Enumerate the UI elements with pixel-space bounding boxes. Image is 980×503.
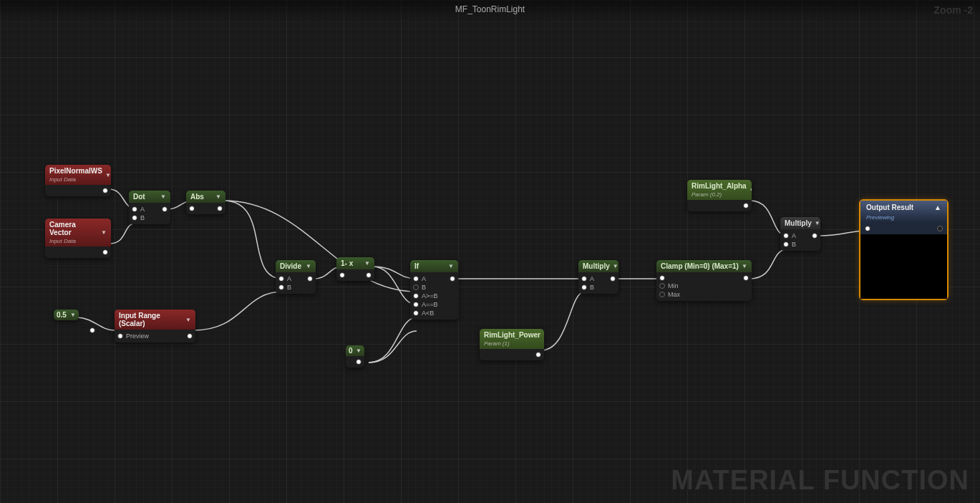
node-title: Abs bbox=[190, 193, 204, 201]
node-subtitle: Input Data bbox=[49, 176, 76, 183]
input-pin-b[interactable] bbox=[581, 284, 587, 290]
node-input-range[interactable]: Input Range (Scalar)▼ Preview bbox=[115, 310, 195, 342]
node-dot[interactable]: Dot▼ A B bbox=[129, 191, 170, 224]
node-multiply-1[interactable]: Multiply▼ A B bbox=[578, 260, 618, 294]
input-pin-a[interactable] bbox=[581, 276, 587, 282]
node-title: Multiply bbox=[785, 219, 812, 227]
chevron-down-icon[interactable]: ▼ bbox=[749, 187, 752, 193]
output-pin[interactable] bbox=[217, 206, 223, 211]
output-pin[interactable] bbox=[743, 203, 749, 209]
input-pin-min[interactable] bbox=[659, 283, 665, 289]
node-output-result[interactable]: Output Result▲ Previewing bbox=[859, 199, 949, 300]
node-title: 0 bbox=[349, 347, 353, 355]
chevron-down-icon[interactable]: ▼ bbox=[356, 348, 362, 354]
output-pin[interactable] bbox=[356, 359, 362, 365]
input-pin-b[interactable] bbox=[783, 241, 789, 247]
node-subtitle: Param (0.2) bbox=[692, 191, 722, 198]
node-oneminus[interactable]: 1- x▼ bbox=[336, 257, 374, 281]
output-pin[interactable] bbox=[102, 249, 108, 255]
output-pin[interactable] bbox=[937, 226, 943, 231]
chevron-down-icon[interactable]: ▼ bbox=[160, 193, 166, 200]
input-pin-agb[interactable] bbox=[413, 293, 419, 299]
node-title: Input Range (Scalar) bbox=[119, 312, 183, 327]
input-pin-b[interactable] bbox=[132, 215, 137, 221]
preview-thumbnail bbox=[860, 234, 947, 299]
watermark: MATERIAL FUNCTION bbox=[671, 465, 969, 496]
node-title: Dot bbox=[133, 193, 145, 201]
output-pin[interactable] bbox=[535, 352, 541, 358]
output-pin[interactable] bbox=[743, 275, 749, 281]
node-rimlight-power[interactable]: RimLight_PowerParam (1) ▼ bbox=[480, 329, 544, 360]
input-pin-a[interactable] bbox=[132, 206, 137, 212]
output-pin[interactable] bbox=[307, 276, 313, 282]
input-pin-a[interactable] bbox=[783, 233, 789, 239]
node-rimlight-alpha[interactable]: RimLight_AlphaParam (0.2) ▼ bbox=[687, 180, 752, 211]
input-pin-a[interactable] bbox=[413, 276, 419, 282]
output-pin[interactable] bbox=[812, 233, 818, 239]
input-pin-max[interactable] bbox=[659, 292, 665, 297]
node-const-05[interactable]: 0.5▼ bbox=[54, 310, 79, 320]
output-pin[interactable] bbox=[89, 327, 95, 333]
input-pin-a[interactable] bbox=[278, 276, 284, 282]
node-clamp[interactable]: Clamp (Min=0) (Max=1)▼ Min Max bbox=[656, 260, 752, 301]
node-subtitle: Param (1) bbox=[484, 340, 510, 347]
chevron-up-icon[interactable]: ▲ bbox=[934, 203, 941, 211]
chevron-down-icon[interactable]: ▼ bbox=[364, 260, 370, 267]
node-title: Clamp (Min=0) (Max=1) bbox=[661, 262, 739, 270]
zoom-level: Zoom -2 bbox=[934, 4, 973, 16]
connection-wires bbox=[0, 0, 980, 503]
node-subtitle: Input Data bbox=[49, 238, 76, 244]
node-title: Multiply bbox=[583, 262, 610, 270]
chevron-down-icon[interactable]: ▼ bbox=[306, 263, 311, 269]
input-pin[interactable] bbox=[659, 275, 665, 281]
chevron-down-icon[interactable]: ▼ bbox=[185, 317, 191, 323]
chevron-down-icon[interactable]: ▼ bbox=[105, 172, 111, 178]
chevron-down-icon[interactable]: ▼ bbox=[543, 336, 544, 342]
output-pin[interactable] bbox=[102, 188, 108, 193]
output-pin[interactable] bbox=[610, 276, 616, 282]
graph-title: MF_ToonRimLight bbox=[455, 4, 525, 14]
node-cameravector[interactable]: Camera VectorInput Data ▼ bbox=[45, 219, 111, 258]
input-pin-b[interactable] bbox=[278, 284, 284, 290]
output-pin[interactable] bbox=[162, 206, 168, 212]
input-pin-alb[interactable] bbox=[413, 310, 419, 316]
input-pin-aeb[interactable] bbox=[413, 302, 419, 307]
output-pin[interactable] bbox=[187, 333, 193, 339]
chevron-down-icon[interactable]: ▼ bbox=[448, 263, 454, 269]
node-title: 1- x bbox=[341, 259, 353, 267]
chevron-down-icon[interactable]: ▼ bbox=[70, 312, 76, 318]
node-title: RimLight_Alpha bbox=[692, 182, 747, 190]
node-subtitle: Previewing bbox=[860, 214, 947, 223]
node-title: If bbox=[414, 262, 419, 270]
input-pin[interactable] bbox=[865, 226, 870, 231]
node-if[interactable]: If▼ A B A>=B A==B A<B bbox=[410, 260, 458, 320]
node-multiply-2[interactable]: Multiply▼ A B bbox=[780, 217, 820, 251]
node-title: Camera Vector bbox=[49, 221, 76, 236]
input-pin[interactable] bbox=[339, 272, 345, 278]
node-divide[interactable]: Divide▼ A B bbox=[276, 260, 316, 294]
chevron-down-icon[interactable]: ▼ bbox=[101, 229, 107, 236]
node-abs[interactable]: Abs▼ bbox=[186, 191, 225, 214]
chevron-down-icon[interactable]: ▼ bbox=[215, 193, 221, 200]
input-pin-b[interactable] bbox=[413, 284, 419, 290]
node-title: RimLight_Power bbox=[484, 331, 540, 339]
node-pixelnormalws[interactable]: PixelNormalWSInput Data ▼ bbox=[45, 165, 111, 196]
chevron-down-icon[interactable]: ▼ bbox=[613, 263, 618, 269]
node-const-0[interactable]: 0▼ bbox=[346, 345, 364, 368]
node-title: Divide bbox=[280, 262, 301, 270]
input-pin[interactable] bbox=[117, 333, 123, 339]
node-title: 0.5 bbox=[57, 311, 67, 319]
node-title: Output Result bbox=[866, 203, 913, 211]
chevron-down-icon[interactable]: ▼ bbox=[742, 263, 747, 269]
output-pin[interactable] bbox=[450, 276, 455, 282]
node-title: PixelNormalWS bbox=[49, 167, 102, 175]
output-pin[interactable] bbox=[366, 272, 372, 278]
input-pin[interactable] bbox=[189, 206, 195, 211]
chevron-down-icon[interactable]: ▼ bbox=[815, 220, 820, 226]
